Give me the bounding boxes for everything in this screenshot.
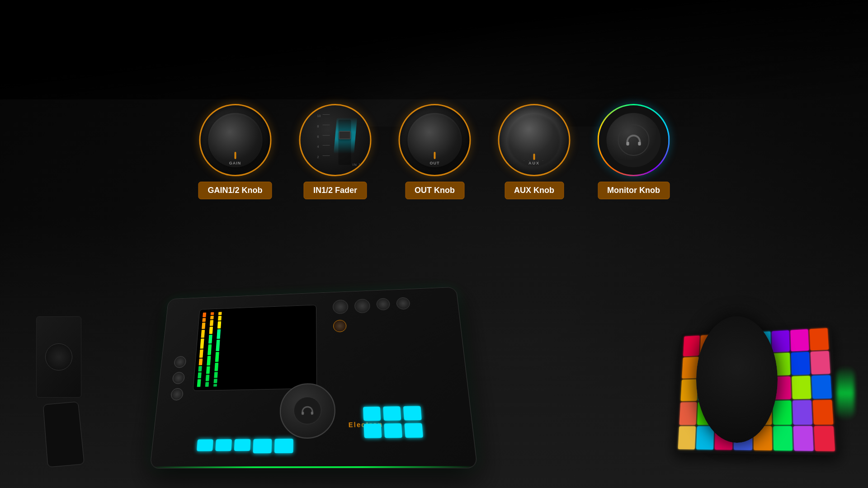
central-wheel — [279, 383, 336, 439]
cyan-btn-4 — [253, 439, 272, 453]
gain-knob-label: GAIN1/2 Knob — [198, 182, 272, 199]
vu-group-1 — [197, 313, 207, 387]
knobs-row: GAIN GAIN1/2 Knob 10 8 6 4 2 — [198, 104, 670, 199]
fader-line-1 — [323, 114, 330, 115]
rgb-key — [683, 336, 700, 357]
aux-knob-text: AUX — [528, 161, 540, 165]
pad-btn-2 — [383, 406, 401, 421]
gain-knob-text: GAIN — [229, 161, 241, 165]
vu-bar — [216, 339, 220, 351]
fader-label: IN1/2 Fader — [304, 182, 367, 199]
gain-knob-circle: GAIN — [199, 104, 271, 176]
vu-bar — [214, 379, 217, 383]
svg-rect-1 — [638, 142, 641, 145]
pad-btn-1 — [363, 407, 381, 421]
rgb-key — [809, 328, 829, 351]
speaker-cone — [45, 343, 72, 371]
fader-line-5 — [323, 155, 330, 156]
vu-bar — [210, 320, 213, 326]
svg-rect-2 — [302, 412, 304, 415]
rgb-key — [811, 351, 830, 374]
vu-bar — [215, 352, 219, 361]
fader-handle — [339, 131, 351, 139]
device-knob-1 — [333, 300, 348, 314]
cyan-btn-5 — [274, 439, 293, 453]
vu-bar — [218, 312, 222, 315]
vu-bar — [208, 344, 212, 355]
cyan-btn-1 — [197, 439, 213, 451]
aux-knob-label: AUX Knob — [505, 182, 564, 199]
fader-in1-label: IN 1 — [353, 163, 361, 167]
device-knobs — [333, 297, 424, 333]
vu-bar — [208, 334, 212, 344]
monitor-ring — [618, 124, 650, 156]
svg-rect-3 — [311, 412, 313, 414]
aux-knob-body: · · · · · AUX — [507, 113, 561, 167]
cyan-btn-3 — [234, 439, 251, 451]
rgb-key — [792, 375, 811, 399]
pad-btn-4 — [363, 423, 382, 438]
aux-knob-circle: · · · · · AUX — [498, 104, 571, 176]
left-knob-1 — [174, 356, 186, 368]
fader-circle: 10 8 6 4 2 — [299, 104, 372, 176]
rgb-key — [814, 426, 835, 451]
vu-bar — [198, 372, 202, 379]
vu-meters — [197, 312, 222, 387]
fader-scale-4: 4 — [317, 145, 319, 148]
vu-bar — [217, 321, 221, 328]
monitor-knob-body — [607, 113, 661, 167]
left-monitor-speaker — [36, 316, 81, 398]
device-knob-4 — [396, 297, 410, 310]
top-dark-bar — [0, 0, 868, 99]
vu-bar — [203, 313, 206, 318]
rgb-key — [696, 426, 714, 450]
gain-knob-indicator — [234, 152, 236, 159]
out-knob-indicator — [434, 152, 436, 159]
fader-item: 10 8 6 4 2 — [299, 104, 372, 199]
vu-bar — [207, 356, 211, 366]
vu-bar — [198, 366, 202, 371]
phone-device — [43, 402, 85, 468]
vu-group-2 — [205, 312, 214, 387]
rgb-key — [679, 402, 697, 425]
rgb-key — [793, 400, 812, 424]
cyan-btn-2 — [215, 439, 232, 451]
vu-bar — [214, 372, 218, 378]
rgb-key — [813, 400, 834, 424]
vu-bar — [201, 330, 205, 338]
vu-bar — [209, 327, 213, 334]
mixer-screen — [193, 305, 317, 391]
device-knob-3 — [376, 298, 390, 310]
out-knob-label: OUT Knob — [405, 182, 464, 199]
vu-bar — [199, 359, 203, 366]
monitor-knob-label: Monitor Knob — [598, 182, 670, 199]
left-knob-3 — [170, 388, 184, 400]
fader-inner: 10 8 6 4 2 — [313, 111, 358, 169]
out-knob-circle: OUT — [399, 104, 471, 176]
vu-bar — [217, 329, 221, 339]
rgb-key — [793, 426, 814, 451]
rgb-key — [678, 426, 696, 450]
svg-rect-0 — [627, 142, 629, 145]
gain-knob-item: GAIN GAIN1/2 Knob — [198, 104, 272, 199]
mixer-device-container: Electron — [154, 285, 461, 465]
fader-scale: 10 8 6 4 2 — [316, 114, 330, 166]
vu-bar — [202, 323, 205, 329]
fader-scale-8: 8 — [317, 125, 319, 128]
monitor-knob-item: Monitor Knob — [598, 104, 670, 199]
mixer-device: Electron — [150, 287, 477, 469]
vu-bar — [197, 379, 201, 387]
rgb-key — [773, 426, 793, 451]
cyan-buttons-row — [197, 439, 293, 454]
device-knob-2 — [354, 299, 370, 313]
fader-line-4 — [323, 145, 330, 145]
vu-bar — [205, 382, 209, 387]
vu-bar — [199, 349, 203, 358]
vu-bar — [200, 339, 204, 349]
out-knob-text: OUT — [430, 161, 440, 165]
vu-bar — [211, 312, 214, 315]
vu-bar — [214, 362, 218, 371]
out-knob-item: OUT OUT Knob — [399, 104, 471, 199]
pad-btn-5 — [384, 423, 402, 438]
pad-btn-3 — [403, 406, 422, 420]
